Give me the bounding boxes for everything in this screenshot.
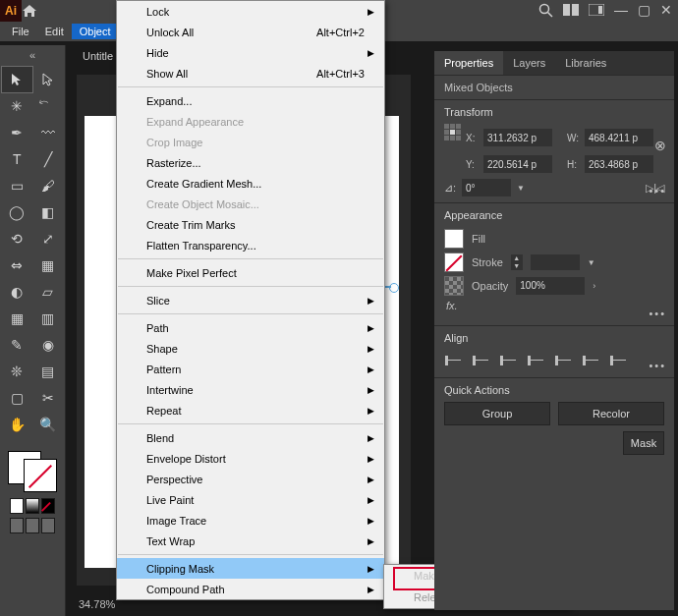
opacity-arrow-icon[interactable]: › bbox=[593, 281, 595, 291]
opacity-value[interactable]: 100% bbox=[516, 277, 585, 295]
fill-stroke-swatch[interactable] bbox=[8, 451, 57, 492]
menu-item[interactable]: Expand... bbox=[117, 90, 384, 111]
align-bottom-icon[interactable] bbox=[582, 354, 599, 367]
menu-item[interactable]: Flatten Transparency... bbox=[117, 235, 384, 255]
zoom-tool[interactable]: 🔍 bbox=[33, 412, 64, 437]
mesh-tool[interactable]: ▦ bbox=[2, 306, 32, 331]
eraser-tool[interactable]: ◧ bbox=[33, 199, 64, 225]
minimize-icon[interactable]: — bbox=[614, 2, 628, 18]
more-options-icon[interactable]: ••• bbox=[649, 185, 666, 196]
menu-item[interactable]: Lock▶ bbox=[117, 1, 384, 22]
stroke-stepper[interactable]: ▲▼ bbox=[511, 254, 523, 270]
slice-tool[interactable]: ✂ bbox=[33, 385, 64, 411]
menu-item[interactable]: Live Paint▶ bbox=[117, 489, 384, 510]
align-left-icon[interactable] bbox=[444, 354, 462, 367]
menu-item[interactable]: Text Wrap▶ bbox=[117, 531, 384, 551]
svg-rect-5 bbox=[598, 6, 602, 14]
align-vcenter-icon[interactable] bbox=[554, 354, 572, 367]
appearance-more-icon[interactable]: ••• bbox=[649, 308, 666, 319]
search-icon[interactable] bbox=[538, 3, 553, 18]
blend-tool[interactable]: ◉ bbox=[33, 332, 64, 358]
opacity-swatch[interactable] bbox=[444, 276, 464, 296]
tab-properties[interactable]: Properties bbox=[434, 51, 503, 75]
selection-tool[interactable] bbox=[2, 67, 32, 92]
scale-tool[interactable]: ⤢ bbox=[33, 226, 64, 252]
menu-item[interactable]: Show AllAlt+Ctrl+3 bbox=[117, 63, 384, 84]
curvature-tool[interactable]: 〰 bbox=[33, 120, 64, 145]
menu-item[interactable]: Repeat▶ bbox=[117, 400, 384, 420]
free-transform-tool[interactable]: ▦ bbox=[33, 252, 64, 278]
artboard-tool[interactable]: ▢ bbox=[2, 385, 32, 411]
link-wh-icon[interactable]: ⊗ bbox=[654, 138, 666, 153]
tab-layers[interactable]: Layers bbox=[503, 51, 555, 75]
direct-selection-tool[interactable] bbox=[33, 67, 64, 92]
menu-item[interactable]: Blend▶ bbox=[117, 427, 384, 448]
draw-mode-toggle[interactable] bbox=[4, 516, 61, 535]
menu-edit[interactable]: Edit bbox=[37, 24, 72, 39]
w-input[interactable] bbox=[585, 129, 653, 146]
stroke-weight-dd[interactable] bbox=[531, 254, 580, 270]
stroke-swatch[interactable] bbox=[444, 252, 464, 272]
x-input[interactable] bbox=[483, 129, 552, 146]
symbol-tool[interactable]: ❊ bbox=[2, 359, 32, 384]
h-input[interactable] bbox=[585, 155, 653, 173]
fill-swatch[interactable] bbox=[444, 229, 464, 249]
maximize-icon[interactable]: ▢ bbox=[638, 2, 650, 18]
type-tool[interactable]: T bbox=[2, 146, 32, 172]
close-icon[interactable]: ✕ bbox=[660, 2, 672, 18]
arrange-icon[interactable] bbox=[563, 4, 579, 16]
menu-item[interactable]: Envelope Distort▶ bbox=[117, 448, 384, 469]
group-button[interactable]: Group bbox=[444, 402, 550, 425]
menu-item[interactable]: Shape▶ bbox=[117, 338, 384, 359]
menu-item[interactable]: Create Trim Marks bbox=[117, 214, 384, 235]
angle-dd-icon[interactable]: ▼ bbox=[517, 184, 525, 193]
menu-item[interactable]: Rasterize... bbox=[117, 152, 384, 173]
angle-input[interactable] bbox=[462, 179, 511, 196]
perspective-tool[interactable]: ▱ bbox=[33, 279, 64, 305]
menu-item[interactable]: Pattern▶ bbox=[117, 359, 384, 379]
rotate-tool[interactable]: ⟲ bbox=[2, 226, 32, 252]
color-mode-toggle[interactable] bbox=[4, 496, 61, 516]
menu-file[interactable]: File bbox=[4, 24, 37, 39]
menu-item[interactable]: Intertwine▶ bbox=[117, 379, 384, 400]
menu-item[interactable]: Compound Path▶ bbox=[117, 579, 384, 599]
menu-item[interactable]: Unlock AllAlt+Ctrl+2 bbox=[117, 22, 384, 42]
menu-item[interactable]: Image Trace▶ bbox=[117, 510, 384, 531]
menu-item[interactable]: Perspective▶ bbox=[117, 469, 384, 489]
menu-item[interactable]: Slice▶ bbox=[117, 290, 384, 310]
lasso-tool[interactable]: ⃔ bbox=[33, 93, 64, 119]
rectangle-tool[interactable]: ▭ bbox=[2, 173, 32, 198]
align-to-icon[interactable] bbox=[609, 354, 627, 367]
align-hcenter-icon[interactable] bbox=[472, 354, 489, 367]
line-tool[interactable]: ╱ bbox=[33, 146, 64, 172]
pen-tool[interactable]: ✒ bbox=[2, 120, 32, 145]
align-right-icon[interactable] bbox=[499, 354, 517, 367]
menu-item[interactable]: Hide▶ bbox=[117, 42, 384, 63]
workspace-icon[interactable] bbox=[589, 4, 604, 16]
eyedropper-tool[interactable]: ✎ bbox=[2, 332, 32, 358]
graph-tool[interactable]: ▤ bbox=[33, 359, 64, 384]
magic-wand-tool[interactable]: ✳ bbox=[2, 93, 32, 119]
home-icon[interactable] bbox=[22, 4, 51, 18]
menu-item[interactable]: Make Pixel Perfect bbox=[117, 262, 384, 283]
reference-point[interactable] bbox=[444, 124, 462, 151]
y-input[interactable] bbox=[483, 155, 552, 173]
mask-button[interactable]: Mask bbox=[623, 431, 664, 455]
zoom-level[interactable]: 34.78% bbox=[79, 598, 115, 610]
menu-item[interactable]: Clipping Mask▶ bbox=[117, 558, 384, 579]
menu-object[interactable]: Object bbox=[72, 24, 119, 39]
recolor-button[interactable]: Recolor bbox=[558, 402, 664, 425]
shape-builder-tool[interactable]: ◐ bbox=[2, 279, 32, 305]
shaper-tool[interactable]: ◯ bbox=[2, 199, 32, 225]
menu-item[interactable]: Path▶ bbox=[117, 317, 384, 338]
stroke-dd-icon[interactable]: ▼ bbox=[588, 258, 595, 267]
hand-tool[interactable]: ✋ bbox=[2, 412, 32, 437]
width-tool[interactable]: ⇔ bbox=[2, 252, 32, 278]
align-more-icon[interactable]: ••• bbox=[649, 360, 666, 371]
tab-libraries[interactable]: Libraries bbox=[555, 51, 616, 75]
paintbrush-tool[interactable]: 🖌 bbox=[33, 173, 64, 198]
align-top-icon[interactable] bbox=[527, 354, 544, 367]
menu-item[interactable]: Create Gradient Mesh... bbox=[117, 173, 384, 194]
gradient-tool[interactable]: ▥ bbox=[33, 306, 64, 331]
fx-button[interactable]: fx. bbox=[444, 298, 664, 319]
